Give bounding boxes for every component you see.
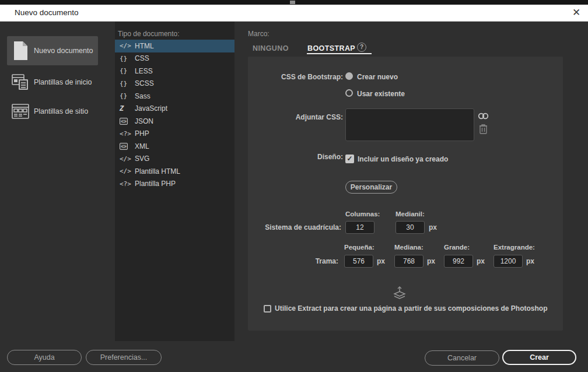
- help-icon[interactable]: ?: [357, 43, 366, 52]
- doc-type-scss[interactable]: {} SCSS: [115, 78, 235, 90]
- doc-type-html[interactable]: </> HTML: [115, 40, 235, 52]
- doc-type-javascript[interactable]: Z JavaScript: [115, 103, 235, 115]
- document-icon: [7, 41, 34, 61]
- radio-usar-existente[interactable]: [345, 89, 353, 97]
- extract-layers-icon: [392, 286, 407, 301]
- code-icon: </>: [120, 42, 135, 50]
- medium-unit: px: [427, 257, 435, 265]
- tab-ninguno[interactable]: NINGUNO: [253, 44, 289, 52]
- columns-header: Columnas:: [345, 210, 380, 217]
- php-code-icon: <?>: [120, 130, 135, 138]
- tab-bootstrap[interactable]: BOOTSTRAP: [307, 44, 355, 52]
- sidebar-item-label: Nuevo documento: [34, 47, 93, 55]
- large-header: Grande:: [444, 244, 470, 251]
- medium-breakpoint-input[interactable]: [394, 255, 424, 268]
- create-button[interactable]: Crear: [502, 350, 576, 365]
- boxed-code-icon: <>: [120, 142, 135, 150]
- document-type-header: Tipo de documento:: [118, 30, 180, 38]
- braces-icon: {}: [120, 80, 135, 87]
- code-icon: </>: [120, 155, 135, 163]
- code-icon: </>: [120, 167, 135, 175]
- doc-type-svg[interactable]: </> SVG: [115, 153, 235, 166]
- frame-header: Marco:: [248, 30, 270, 38]
- javascript-icon: Z: [120, 104, 135, 113]
- doc-type-less[interactable]: {} LESS: [115, 65, 235, 78]
- breakpoints-label: Trama:: [248, 257, 338, 265]
- xlarge-header: Extragrande:: [494, 244, 535, 251]
- small-unit: px: [377, 257, 385, 265]
- sidebar-item-label: Plantillas de sitio: [34, 107, 88, 115]
- link-icon[interactable]: [478, 112, 489, 120]
- xlarge-unit: px: [526, 257, 534, 265]
- cancel-button[interactable]: Cancelar: [425, 350, 499, 366]
- extract-checkbox-label[interactable]: Utilice Extract para crear una página a …: [275, 304, 547, 313]
- braces-icon: {}: [120, 92, 135, 100]
- braces-icon: {}: [120, 55, 135, 62]
- starter-templates-icon: [7, 73, 34, 92]
- radio-crear-nuevo[interactable]: [345, 72, 353, 80]
- large-unit: px: [477, 257, 485, 265]
- extract-checkbox[interactable]: [264, 305, 271, 313]
- close-icon[interactable]: ✕: [569, 6, 584, 20]
- background-window-artifact: [290, 1, 295, 4]
- active-tab-underline: [307, 53, 372, 54]
- doc-type-plantilla-html[interactable]: </> Plantilla HTML: [115, 165, 235, 178]
- sidebar-item-nuevo-documento[interactable]: Nuevo documento: [7, 36, 98, 65]
- preferences-button[interactable]: Preferencias...: [86, 350, 162, 365]
- trash-icon[interactable]: [479, 124, 488, 134]
- attach-css-label: Adjuntar CSS:: [248, 113, 343, 121]
- help-button[interactable]: Ayuda: [7, 350, 82, 365]
- bootstrap-css-label: CSS de Bootstrap:: [248, 73, 343, 81]
- boxed-code-icon: <>: [120, 117, 135, 125]
- sidebar-item-label: Plantillas de inicio: [34, 78, 92, 86]
- gutter-unit: px: [429, 223, 437, 231]
- columns-input[interactable]: [345, 221, 374, 234]
- doc-type-php[interactable]: <?> PHP: [115, 128, 235, 141]
- doc-type-json[interactable]: <> JSON: [115, 115, 235, 128]
- doc-type-plantilla-php[interactable]: <?> Plantilla PHP: [115, 178, 235, 191]
- design-label: Diseño:: [248, 153, 343, 161]
- attach-css-field[interactable]: [345, 108, 474, 141]
- customize-button[interactable]: Personalizar: [345, 181, 397, 194]
- gutter-input[interactable]: [396, 221, 425, 234]
- grid-system-label: Sistema de cuadrícula:: [248, 223, 341, 231]
- radio-crear-nuevo-label[interactable]: Crear nuevo: [357, 73, 398, 81]
- xlarge-breakpoint-input[interactable]: [494, 255, 523, 268]
- doc-type-sass[interactable]: {} Sass: [115, 90, 235, 103]
- site-templates-icon: [7, 103, 34, 120]
- gutter-header: Medianil:: [396, 210, 425, 217]
- doc-type-xml[interactable]: <> XML: [115, 140, 235, 153]
- radio-usar-existente-label[interactable]: Usar existente: [357, 90, 405, 98]
- design-checkbox-label[interactable]: Incluir un diseño ya creado: [358, 155, 448, 163]
- document-type-list: </> HTML {} CSS {} LESS {} SCSS {} Sass …: [115, 40, 235, 190]
- medium-header: Mediana:: [394, 244, 424, 251]
- small-header: Pequeña:: [344, 244, 374, 251]
- sidebar-item-plantillas-sitio[interactable]: Plantillas de sitio: [7, 97, 98, 126]
- large-breakpoint-input[interactable]: [444, 255, 473, 268]
- small-breakpoint-input[interactable]: [344, 255, 373, 268]
- php-code-icon: <?>: [120, 180, 135, 188]
- dialog-titlebar: [0, 5, 588, 22]
- braces-icon: {}: [120, 67, 135, 75]
- sidebar-item-plantillas-inicio[interactable]: Plantillas de inicio: [7, 68, 98, 97]
- dialog-title: Nuevo documento: [15, 8, 79, 17]
- design-checkbox[interactable]: ✓: [345, 155, 354, 163]
- new-document-dialog: Nuevo documento ✕ Nuevo documento: [0, 0, 588, 372]
- doc-type-css[interactable]: {} CSS: [115, 52, 235, 65]
